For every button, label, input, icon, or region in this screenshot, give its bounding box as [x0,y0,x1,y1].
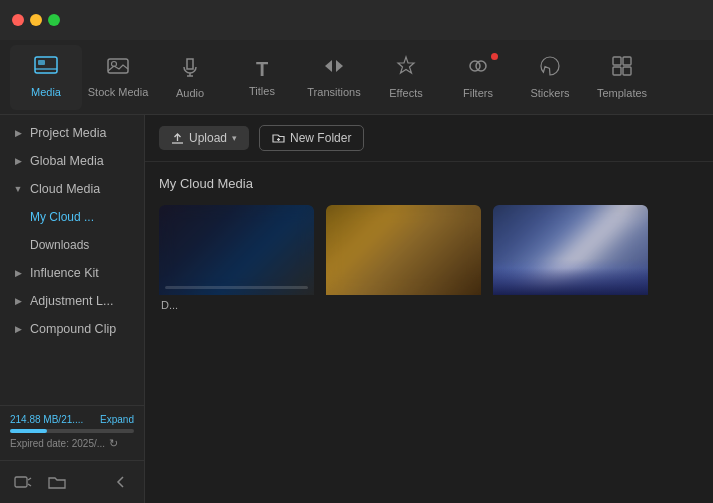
svg-line-15 [28,484,31,486]
sidebar-item-influence-kit[interactable]: ▶ Influence Kit [0,259,144,287]
expand-arrow-icon: ▶ [12,155,24,167]
sidebar-item-label: Cloud Media [30,182,100,196]
media-card-1[interactable]: D... [159,205,314,315]
media-thumbnail-3 [493,205,648,295]
media-grid: D... [159,205,699,315]
media-card-3[interactable] [493,205,648,315]
audio-icon [180,55,200,83]
sidebar-item-my-cloud[interactable]: My Cloud ... [0,203,144,231]
folder-icon[interactable] [44,469,70,495]
svg-line-14 [28,478,31,480]
sidebar-bottom-icons [0,460,144,503]
content-area: Upload ▾ New Folder My Cloud Media [145,115,713,503]
media-caption-3 [493,295,648,303]
main-layout: ▶ Project Media ▶ Global Media ▼ Cloud M… [0,115,713,503]
stock-media-icon [107,56,129,82]
media-card-2[interactable] [326,205,481,315]
media-icon [34,56,58,82]
svg-rect-13 [15,477,27,487]
sidebar-item-downloads[interactable]: Downloads [0,231,144,259]
svg-point-8 [476,61,486,71]
content-toolbar: Upload ▾ New Folder [145,115,713,162]
progress-hint [165,286,308,289]
sidebar: ▶ Project Media ▶ Global Media ▼ Cloud M… [0,115,145,503]
sidebar-footer: 214.88 MB/21.... Expand Expired date: 20… [0,405,144,460]
toolbar-item-titles[interactable]: T Titles [226,45,298,110]
filters-label: Filters [463,87,493,99]
sidebar-content: ▶ Project Media ▶ Global Media ▼ Cloud M… [0,115,144,405]
collapse-arrow-icon: ▼ [12,183,24,195]
toolbar-item-transitions[interactable]: Transitions [298,45,370,110]
blur-overlay-1 [159,205,314,295]
toolbar-item-stickers[interactable]: Stickers [514,45,586,110]
upload-label: Upload [189,131,227,145]
sidebar-item-global-media[interactable]: ▶ Global Media [0,147,144,175]
storage-label: 214.88 MB/21.... [10,414,83,425]
content-body: My Cloud Media D... [145,162,713,503]
storage-bar-fill [10,429,47,433]
gradient-hint [493,259,648,295]
sidebar-item-label: Project Media [30,126,106,140]
storage-info: 214.88 MB/21.... Expand [10,414,134,425]
storage-bar-background [10,429,134,433]
titles-label: Titles [249,85,275,97]
sidebar-item-label: Influence Kit [30,266,99,280]
toolbar-item-effects[interactable]: Effects [370,45,442,110]
toolbar-item-templates[interactable]: Templates [586,45,658,110]
close-button[interactable] [12,14,24,26]
expand-arrow-icon: ▶ [12,267,24,279]
expire-info: Expired date: 2025/... ↻ [10,437,134,450]
new-folder-label: New Folder [290,131,351,145]
title-bar [0,0,713,40]
media-thumbnail-1 [159,205,314,295]
expand-button[interactable]: Expand [100,414,134,425]
folder-plus-icon [272,132,285,145]
expire-label: Expired date: 2025/... [10,438,105,449]
refresh-icon[interactable]: ↻ [109,437,118,450]
svg-rect-11 [613,67,621,75]
collapse-sidebar-icon[interactable] [108,469,134,495]
svg-rect-12 [623,67,631,75]
sidebar-item-label: My Cloud ... [30,210,94,224]
toolbar-item-filters[interactable]: Filters [442,45,514,110]
upload-icon [171,132,184,145]
blur-overlay-3 [493,205,648,295]
toolbar-item-stock-media[interactable]: Stock Media [82,45,154,110]
media-label: Media [31,86,61,98]
stock-media-label: Stock Media [88,86,149,98]
sidebar-item-label: Global Media [30,154,104,168]
titles-icon: T [256,58,268,81]
sidebar-item-label: Downloads [30,238,89,252]
media-thumbnail-2 [326,205,481,295]
traffic-lights [12,14,60,26]
sidebar-item-label: Adjustment L... [30,294,113,308]
filters-icon [467,55,489,83]
add-media-icon[interactable] [10,469,36,495]
blur-overlay-2 [326,205,481,295]
sidebar-item-project-media[interactable]: ▶ Project Media [0,119,144,147]
svg-rect-1 [38,60,45,65]
toolbar-item-media[interactable]: Media [10,45,82,110]
filters-badge [491,53,498,60]
sidebar-item-cloud-media[interactable]: ▼ Cloud Media [0,175,144,203]
effects-label: Effects [389,87,422,99]
audio-label: Audio [176,87,204,99]
minimize-button[interactable] [30,14,42,26]
sidebar-item-adjustment-l[interactable]: ▶ Adjustment L... [0,287,144,315]
svg-rect-9 [613,57,621,65]
sidebar-item-label: Compound Clip [30,322,116,336]
upload-chevron-icon: ▾ [232,133,237,143]
section-title: My Cloud Media [159,176,699,191]
new-folder-button[interactable]: New Folder [259,125,364,151]
sidebar-item-compound-clip[interactable]: ▶ Compound Clip [0,315,144,343]
media-caption-1: D... [159,295,314,315]
templates-icon [611,55,633,83]
maximize-button[interactable] [48,14,60,26]
toolbar-item-audio[interactable]: Audio [154,45,226,110]
media-caption-2 [326,295,481,303]
transitions-icon [322,56,346,82]
upload-button[interactable]: Upload ▾ [159,126,249,150]
svg-rect-0 [35,57,57,73]
expand-arrow-icon: ▶ [12,295,24,307]
svg-rect-10 [623,57,631,65]
